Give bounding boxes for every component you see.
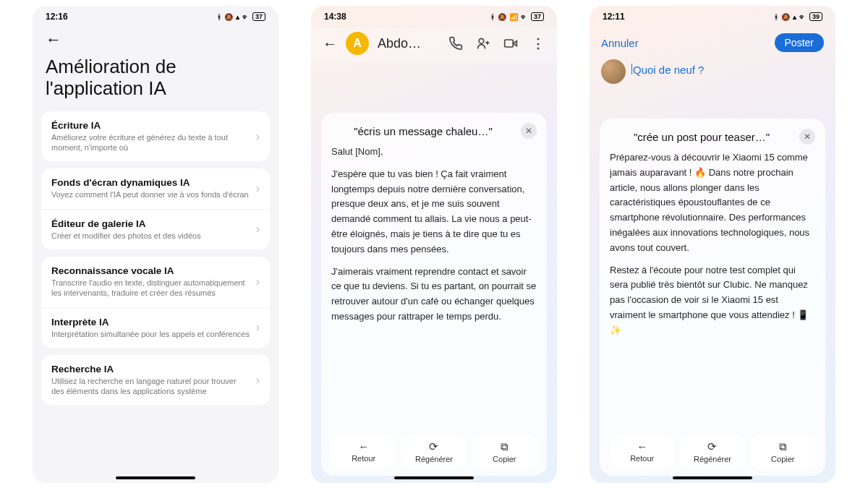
status-time: 14:38 bbox=[324, 12, 346, 22]
video-icon[interactable] bbox=[503, 36, 518, 51]
contact-avatar[interactable]: A bbox=[346, 32, 369, 55]
setting-desc: Transcrire l'audio en texte, distinguer … bbox=[51, 278, 250, 299]
action-back[interactable]: ← Retour bbox=[331, 435, 396, 468]
status-icons: ᚼ 🔕 ▴ ᯤ 37 bbox=[217, 12, 265, 21]
chevron-right-icon: › bbox=[256, 374, 260, 387]
cancel-button[interactable]: Annuler bbox=[601, 37, 639, 49]
status-bar: 12:11 ᚼ 🔕 ▴ ᯤ 39 bbox=[590, 6, 835, 27]
copy-icon: ⧉ bbox=[779, 440, 787, 453]
close-button[interactable]: ✕ bbox=[799, 129, 815, 145]
battery-icon: 39 bbox=[809, 12, 822, 21]
chevron-right-icon: › bbox=[256, 321, 260, 334]
add-person-icon[interactable] bbox=[476, 36, 490, 51]
setting-title: Écriture IA bbox=[51, 120, 250, 131]
setting-desc: Créer et modifier des photos et des vidé… bbox=[51, 231, 250, 241]
svg-point-0 bbox=[479, 38, 484, 43]
action-label: Retour bbox=[630, 454, 654, 463]
screenshot-compose-post: 12:11 ᚼ 🔕 ▴ ᯤ 39 Annuler Poster Quoi de … bbox=[590, 6, 835, 483]
setting-title: Interprète IA bbox=[51, 317, 250, 328]
battery-icon: 37 bbox=[252, 12, 265, 21]
status-time: 12:16 bbox=[46, 12, 68, 22]
back-button[interactable]: ← bbox=[46, 30, 61, 48]
signal-icon: ▴ bbox=[793, 13, 796, 21]
bluetooth-icon: ᚼ bbox=[217, 13, 221, 21]
screenshot-settings: 12:16 ᚼ 🔕 ▴ ᯤ 37 ← Amélioration de l'app… bbox=[33, 6, 278, 483]
compose-input[interactable]: Quoi de neuf ? bbox=[633, 59, 704, 76]
contact-name[interactable]: Abdo… bbox=[378, 36, 421, 51]
setting-title: Recherche IA bbox=[51, 364, 250, 374]
setting-item-vocale[interactable]: Reconnaissance vocale IA Transcrire l'au… bbox=[41, 257, 270, 307]
mute-icon: 🔕 bbox=[498, 13, 506, 21]
setting-title: Fonds d'écran dynamiques IA bbox=[51, 177, 250, 188]
setting-desc: Améliorez votre écriture et générez du t… bbox=[51, 132, 250, 153]
setting-item-fonds-ecran[interactable]: Fonds d'écran dynamiques IA Voyez commen… bbox=[41, 168, 270, 208]
call-icon[interactable] bbox=[448, 36, 463, 51]
bluetooth-icon: ᚼ bbox=[774, 13, 778, 21]
action-back[interactable]: ← Retour bbox=[610, 435, 674, 468]
action-label: Copier bbox=[493, 455, 516, 463]
setting-item-recherche[interactable]: Recherche IA Utilisez la recherche en la… bbox=[41, 355, 270, 406]
more-icon[interactable]: ⋮ bbox=[531, 36, 545, 51]
ai-prompt: "écris un message chaleu…" bbox=[331, 125, 515, 137]
copy-icon: ⧉ bbox=[501, 440, 509, 453]
setting-desc: Interprétation simultanée pour les appel… bbox=[51, 329, 250, 339]
setting-item-ecriture[interactable]: Écriture IA Améliorez votre écriture et … bbox=[41, 111, 270, 162]
action-regenerate[interactable]: ⟳ Régénérer bbox=[680, 435, 744, 468]
action-copy[interactable]: ⧉ Copier bbox=[751, 435, 815, 468]
refresh-icon: ⟳ bbox=[429, 440, 438, 453]
action-regenerate[interactable]: ⟳ Régénérer bbox=[401, 435, 466, 468]
setting-item-galerie[interactable]: Éditeur de galerie IA Créer et modifier … bbox=[41, 209, 270, 249]
action-label: Retour bbox=[352, 454, 375, 463]
action-copy[interactable]: ⧉ Copier bbox=[472, 435, 537, 468]
chevron-right-icon: › bbox=[256, 130, 260, 143]
wifi-icon: ᯤ bbox=[799, 13, 807, 21]
setting-desc: Voyez comment l'IA peut donner vie à vos… bbox=[51, 189, 250, 200]
action-label: Régénérer bbox=[415, 455, 453, 463]
ai-result-card: "écris un message chaleu…" ✕ Salut [Nom]… bbox=[321, 113, 547, 476]
chevron-right-icon: › bbox=[256, 182, 260, 195]
close-button[interactable]: ✕ bbox=[521, 123, 537, 139]
chevron-right-icon: › bbox=[256, 275, 260, 288]
home-indicator[interactable] bbox=[394, 476, 474, 479]
ai-prompt: "crée un post pour teaser…" bbox=[610, 131, 793, 143]
chat-header: ← A Abdo… ⋮ bbox=[311, 27, 557, 62]
battery-icon: 37 bbox=[531, 12, 544, 21]
svg-rect-1 bbox=[505, 40, 514, 47]
post-button[interactable]: Poster bbox=[775, 33, 824, 52]
setting-desc: Utilisez la recherche en langage naturel… bbox=[51, 376, 250, 397]
action-label: Copier bbox=[771, 455, 794, 463]
refresh-icon: ⟳ bbox=[707, 440, 717, 453]
setting-item-interprete[interactable]: Interprète IA Interprétation simultanée … bbox=[41, 307, 270, 348]
settings-list: Écriture IA Améliorez votre écriture et … bbox=[33, 111, 278, 419]
mute-icon: 🔕 bbox=[224, 13, 233, 21]
back-button[interactable]: ← bbox=[323, 35, 337, 52]
setting-title: Reconnaissance vocale IA bbox=[51, 265, 250, 276]
screenshot-messages: 14:38 ᚼ 🔕 📶 ᯤ 37 ← A Abdo… ⋮ "écris un m… bbox=[311, 6, 557, 483]
status-time: 12:11 bbox=[603, 12, 625, 22]
signal-icon: ▴ bbox=[236, 13, 239, 21]
page-title: Amélioration de l'application IA bbox=[33, 49, 278, 111]
ai-generated-text: Préparez-vous à découvrir le Xiaomi 15 c… bbox=[610, 150, 815, 429]
ai-result-card: "crée un post pour teaser…" ✕ Préparez-v… bbox=[600, 119, 825, 476]
status-icons: ᚼ 🔕 ▴ ᯤ 39 bbox=[774, 12, 822, 21]
bluetooth-icon: ᚼ bbox=[490, 13, 495, 21]
wifi-icon: ᯤ bbox=[242, 13, 250, 21]
ai-generated-text: Salut [Nom], J'espère que tu vas bien ! … bbox=[331, 145, 537, 429]
action-label: Régénérer bbox=[694, 455, 731, 463]
signal-icon: 📶 bbox=[509, 13, 518, 21]
home-indicator[interactable] bbox=[116, 476, 195, 479]
status-bar: 14:38 ᚼ 🔕 📶 ᯤ 37 bbox=[311, 6, 557, 27]
back-arrow-icon: ← bbox=[637, 440, 647, 453]
home-indicator[interactable] bbox=[673, 476, 752, 479]
wifi-icon: ᯤ bbox=[521, 13, 528, 21]
status-bar: 12:16 ᚼ 🔕 ▴ ᯤ 37 bbox=[33, 6, 278, 27]
user-avatar[interactable] bbox=[601, 59, 626, 84]
back-arrow-icon: ← bbox=[358, 440, 369, 453]
chevron-right-icon: › bbox=[256, 223, 260, 236]
status-icons: ᚼ 🔕 📶 ᯤ 37 bbox=[490, 12, 544, 21]
mute-icon: 🔕 bbox=[781, 13, 790, 21]
setting-title: Éditeur de galerie IA bbox=[51, 218, 250, 229]
